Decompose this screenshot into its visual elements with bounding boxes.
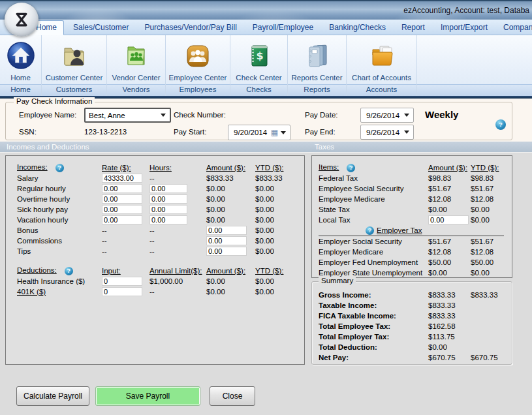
- toolbar-check-center-button[interactable]: $ Check Center Checks: [230, 35, 288, 96]
- incomes-deductions-box: Incomes: Rate ($): Hours: Amount ($): YT…: [5, 155, 305, 365]
- toolbar-accounts-sublabel[interactable]: Accounts: [366, 84, 397, 95]
- help-icon[interactable]: [495, 119, 506, 130]
- tab-banking-checks[interactable]: Banking/Checks: [322, 21, 392, 35]
- toolbar-home-sublabel[interactable]: Home: [10, 84, 31, 95]
- regular-rate-input[interactable]: [102, 184, 142, 193]
- ytd-header: YTD ($):: [471, 164, 510, 172]
- pay-start-picker[interactable]: 9/20/2014 ▦: [228, 125, 290, 140]
- incomes-band-title: Incomes and Deductions: [7, 142, 89, 153]
- help-icon[interactable]: [55, 164, 64, 172]
- tips-hours: --: [149, 247, 206, 255]
- row-label: Commissions: [17, 237, 102, 245]
- tab-report[interactable]: Report: [395, 21, 431, 35]
- toolbar: Home Home Customer Center Customers: [0, 35, 532, 96]
- toolbar-employee-center-button[interactable]: Employee Center Employees: [166, 35, 230, 96]
- input-header: Input:: [102, 267, 149, 275]
- help-icon[interactable]: [65, 267, 73, 275]
- tab-payroll-employee[interactable]: Payroll/Employee: [246, 21, 320, 35]
- 401k-input[interactable]: [102, 287, 142, 296]
- tab-purchases-vendor-pay-bill[interactable]: Purchases/Vendor/Pay Bill: [138, 21, 243, 35]
- toolbar-customers-sublabel[interactable]: Customers: [56, 84, 93, 95]
- vacation-ytd: $0.00: [255, 216, 294, 224]
- row-label: Employer State Unemployment: [319, 269, 428, 277]
- tax-row-employer-ss: Employer Social Security $51.67 $51.67: [319, 236, 512, 247]
- toolbar-vendors-sublabel[interactable]: Vendors: [122, 84, 149, 95]
- menu-bar: Home Sales/Customer Purchases/Vendor/Pay…: [0, 20, 532, 35]
- employee-name-label: Employee Name:: [19, 111, 76, 119]
- toolbar-employees-sublabel[interactable]: Employees: [180, 84, 217, 95]
- app-menu-logo-icon[interactable]: [5, 3, 39, 37]
- employee-name-select[interactable]: Best, Anne: [84, 108, 171, 123]
- toolbar-customer-center-label: Customer Center: [46, 72, 103, 84]
- overtime-rate-input[interactable]: [102, 194, 142, 204]
- row-label: Health Insurance ($): [17, 277, 102, 285]
- health-insurance-ytd: $0.00: [255, 277, 294, 285]
- row-label: Regular hourly: [17, 185, 102, 192]
- vacation-hours-input[interactable]: [149, 215, 187, 224]
- close-button[interactable]: Close: [210, 386, 255, 406]
- pay-end-label: Pay End:: [305, 128, 336, 136]
- salary-rate-input[interactable]: [102, 174, 142, 183]
- toolbar-chart-of-accounts-button[interactable]: Chart of Accounts Accounts: [347, 35, 417, 96]
- summary-row-employee-tax: Total Employee Tax: $162.58: [319, 321, 512, 331]
- health-insurance-input[interactable]: [102, 277, 142, 286]
- save-payroll-button[interactable]: Save Payroll: [95, 386, 200, 406]
- tab-company[interactable]: Company: [497, 21, 532, 35]
- vacation-rate-input[interactable]: [102, 215, 142, 224]
- deductions-header-row: Deductions: Input: Annual Limit($): Amou…: [17, 266, 304, 276]
- toolbar-checks-sublabel[interactable]: Checks: [246, 84, 271, 95]
- app-window: ezAccounting, Account: test, Databa Home…: [0, 0, 532, 415]
- local-tax-input[interactable]: [428, 215, 469, 224]
- row-label: Taxable Income:: [319, 301, 428, 309]
- bonus-amount-input[interactable]: [206, 226, 247, 235]
- employer-tax-header: Employer Tax: [377, 226, 422, 234]
- employer-suta-amount: $0.00: [428, 269, 471, 277]
- state-tax-amount: $0.00: [428, 206, 471, 213]
- summary-title: Summary: [319, 277, 356, 284]
- ssn-value: 123-13-2213: [84, 128, 127, 136]
- 401k-link[interactable]: 401K ($): [17, 288, 102, 296]
- toolbar-reports-sublabel[interactable]: Reports: [304, 84, 330, 95]
- toolbar-home-button[interactable]: Home Home: [0, 35, 42, 96]
- overtime-hours-input[interactable]: [149, 194, 187, 204]
- commissions-amount-input[interactable]: [206, 236, 247, 245]
- toolbar-reports-center-button[interactable]: Reports Center Reports: [288, 35, 347, 96]
- calculate-payroll-button[interactable]: Calculate Payroll: [16, 386, 89, 406]
- pay-end-select[interactable]: 9/26/2014: [360, 125, 414, 140]
- customer-folder-icon: [59, 38, 89, 72]
- summary-row-deduction: Total Deduction: $0.00: [319, 342, 512, 352]
- regular-amount: $0.00: [206, 185, 255, 192]
- summary-row-employer-tax: Total Employer Tax: $113.75: [319, 331, 512, 342]
- help-icon[interactable]: [366, 226, 374, 235]
- tab-sales-customer[interactable]: Sales/Customer: [67, 21, 135, 35]
- deductions-header: Deductions:: [17, 266, 57, 274]
- income-row-commissions: Commissions -- -- $0.00: [17, 236, 304, 246]
- help-icon[interactable]: [347, 164, 355, 172]
- home-icon: [6, 38, 36, 72]
- regular-hours-input[interactable]: [149, 184, 187, 193]
- employee-name-value: Best, Anne: [89, 112, 125, 119]
- tax-row-local: Local Tax $0.00: [319, 215, 512, 225]
- sick-ytd: $0.00: [255, 206, 294, 213]
- taxes-band-title: Taxes: [315, 142, 334, 153]
- tips-amount-input[interactable]: [206, 247, 247, 256]
- sick-rate-input[interactable]: [102, 205, 142, 214]
- pay-start-label: Pay Start:: [174, 128, 207, 136]
- tax-row-state: State Tax $0.00 $0.00: [319, 204, 512, 215]
- toolbar-customer-center-button[interactable]: Customer Center Customers: [42, 35, 107, 96]
- employees-icon: [183, 38, 213, 72]
- sick-hours-input[interactable]: [149, 205, 187, 214]
- health-insurance-limit: $1,000.00: [149, 277, 206, 285]
- pay-date-select[interactable]: 9/26/2014: [360, 108, 414, 123]
- taxes-header-row: Items: Amount ($): YTD ($):: [319, 162, 512, 173]
- employer-futa-amount: $50.00: [428, 258, 471, 266]
- toolbar-vendor-center-button[interactable]: Vendor Center Vendors: [107, 35, 166, 96]
- employer-ss-amount: $51.67: [428, 238, 471, 245]
- income-row-regular-hourly: Regular hourly $0.00 $0.00: [17, 183, 304, 194]
- tab-import-export[interactable]: Import/Export: [434, 21, 494, 35]
- paycheck-info-group: Pay Check Information Employee Name: Bes…: [5, 102, 512, 140]
- state-tax-ytd: $0.00: [471, 206, 510, 213]
- row-label: State Tax: [319, 206, 428, 213]
- row-label: Employer Medicare: [319, 248, 428, 256]
- bonus-ytd: $0.00: [255, 226, 294, 234]
